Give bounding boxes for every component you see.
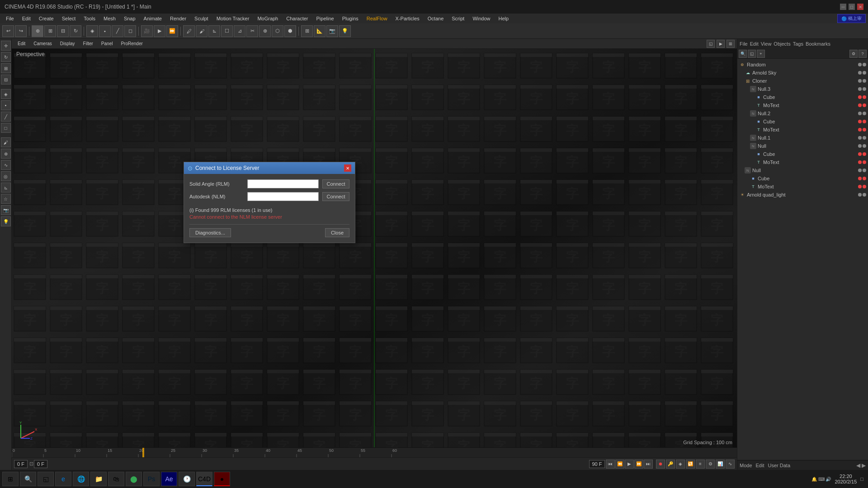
diagnostics-button[interactable]: Diagnostics... — [189, 228, 231, 237]
lt-effector[interactable]: ☆ — [1, 194, 11, 204]
menu-edit[interactable]: Edit — [19, 15, 34, 22]
menu-animate[interactable]: Animate — [140, 15, 165, 22]
light-tool[interactable]: 💡 — [339, 25, 351, 37]
lt-transform[interactable]: ⊟ — [1, 75, 11, 84]
start-frame-input[interactable] — [14, 460, 28, 468]
lt-camera[interactable]: 📷 — [1, 205, 11, 215]
curves-btn[interactable]: ∿ — [726, 460, 735, 469]
knife-tool[interactable]: ✂ — [246, 25, 258, 37]
tab-objects[interactable]: Objects — [774, 41, 790, 47]
undo-button[interactable]: ↩ — [2, 25, 14, 37]
tree-item-cube-1[interactable]: ■ Cube — [737, 93, 868, 101]
current-frame-input[interactable] — [34, 460, 47, 468]
minimize-button[interactable]: ─ — [840, 4, 846, 10]
live-sel-button[interactable]: ⊕ — [32, 25, 43, 37]
tab-edit[interactable]: Edit — [750, 41, 759, 47]
menu-octane[interactable]: Octane — [424, 15, 447, 22]
lt-spline[interactable]: ∿ — [1, 160, 11, 170]
tree-item-null-0[interactable]: N Null — [737, 142, 868, 150]
magnet-tool[interactable]: ⊿ — [234, 25, 245, 37]
measure-tool[interactable]: 📐 — [314, 25, 326, 37]
lt-snap[interactable]: ⊕ — [1, 149, 11, 159]
menu-select[interactable]: Select — [58, 15, 80, 22]
tree-item-arnold-sky[interactable]: ☁ Arnold Sky — [737, 69, 868, 77]
poly-mode[interactable]: ◻ — [124, 25, 136, 37]
menu-motion-tracker[interactable]: Motion Tracker — [213, 15, 253, 22]
menu-snap[interactable]: Snap — [120, 15, 139, 22]
ae-button[interactable]: Ae — [161, 472, 177, 486]
close-button[interactable]: Close — [325, 228, 349, 237]
settings-btn[interactable]: ⚙ — [706, 460, 715, 469]
menu-mesh[interactable]: Mesh — [100, 15, 119, 22]
menu-sculpt[interactable]: Sculpt — [191, 15, 212, 22]
timeline-btn[interactable]: 📊 — [716, 460, 725, 469]
camera-tool[interactable]: 📷 — [326, 25, 338, 37]
menu-realflow[interactable]: RealFlow — [363, 15, 391, 22]
menu-character[interactable]: Character — [283, 15, 311, 22]
clock-button[interactable]: 🕐 — [179, 472, 195, 486]
tool-palette[interactable]: 🖊 — [183, 25, 195, 37]
chrome-button[interactable]: ⬤ — [126, 472, 142, 486]
brush-tool[interactable]: 🖌 — [196, 25, 208, 37]
tree-item-null1[interactable]: N Null.1 — [737, 134, 868, 142]
nlm-input[interactable] — [247, 192, 319, 201]
record-button[interactable]: ⏺ — [656, 460, 665, 469]
vp-btn2[interactable]: ▶ — [717, 40, 725, 48]
lt-move[interactable]: ✛ — [1, 41, 11, 51]
tree-item-null3[interactable]: N Null.3 — [737, 85, 868, 93]
object-mode[interactable]: ◈ — [86, 25, 98, 37]
tree-item-cube-2[interactable]: ■ Cube — [737, 117, 868, 126]
next-panel-button[interactable]: ▶ — [862, 462, 866, 469]
search-button[interactable]: 🔍 — [20, 472, 36, 486]
vm-cameras[interactable]: Cameras — [30, 40, 56, 47]
loop-button[interactable]: 🔁 — [686, 460, 695, 469]
ie-button[interactable]: 🌐 — [73, 472, 89, 486]
om-settings[interactable]: ⚙ — [849, 50, 858, 58]
playback-speed[interactable]: ≡ — [696, 460, 705, 469]
lt-obj-mode[interactable]: ◈ — [1, 89, 11, 99]
move-button[interactable]: ⊞ — [44, 25, 56, 37]
tree-item-motext-4[interactable]: T MoText — [737, 183, 868, 191]
vm-edit[interactable]: Edit — [14, 40, 29, 47]
rlm-input[interactable] — [247, 179, 319, 188]
tree-item-cube-4[interactable]: ■ Cube — [737, 174, 868, 183]
action-center-icon[interactable]: □ — [860, 476, 863, 482]
tree-item-cube-3[interactable]: ■ Cube — [737, 150, 868, 158]
tree-item-motext-2[interactable]: T MoText — [737, 126, 868, 134]
viewport[interactable]: 字 Perspective Grid Spacing : 100 cm X — [12, 49, 737, 447]
nlm-connect-button[interactable]: Connect — [322, 192, 349, 201]
tab-bookmarks[interactable]: Bookmarks — [806, 41, 830, 47]
close-button[interactable]: ✕ — [857, 4, 863, 10]
vm-display[interactable]: Display — [57, 40, 79, 47]
rlm-connect-button[interactable]: Connect — [322, 179, 349, 188]
menu-tools[interactable]: Tools — [80, 15, 99, 22]
auto-key-button[interactable]: 🔑 — [666, 460, 675, 469]
menu-plugins[interactable]: Plugins — [339, 15, 362, 22]
om-toggle-all[interactable]: ◱ — [748, 50, 756, 58]
tab-tags[interactable]: Tags — [793, 41, 803, 47]
menu-xparticles[interactable]: X-Particles — [392, 15, 423, 22]
explorer-button[interactable]: 📁 — [90, 472, 107, 486]
vm-prorender[interactable]: ProRender — [117, 40, 146, 47]
menu-file[interactable]: File — [2, 15, 18, 22]
prev-keyframe-button[interactable]: ⏪ — [615, 460, 624, 469]
om-search[interactable]: 🔍 — [739, 50, 747, 58]
lt-poly[interactable]: □ — [1, 123, 11, 133]
c4d-button[interactable]: C4D — [196, 472, 212, 486]
edge-mode[interactable]: ╱ — [112, 25, 123, 37]
lt-brush[interactable]: 🖌 — [1, 137, 11, 147]
tree-item-random[interactable]: ⊕ Random — [737, 61, 868, 69]
render-view[interactable]: 🎥 — [141, 25, 153, 37]
extrude-tool[interactable]: ⬡ — [272, 25, 283, 37]
menu-mograph[interactable]: MoGraph — [254, 15, 282, 22]
boolean-tool[interactable]: ⊕ — [259, 25, 271, 37]
rotate-button[interactable]: ↻ — [70, 25, 81, 37]
play-button[interactable]: ▶ — [625, 460, 634, 469]
tab-mode[interactable]: Mode — [740, 463, 752, 468]
soft-sel[interactable]: ⬢ — [284, 25, 296, 37]
lt-edge[interactable]: ╱ — [1, 112, 11, 122]
lt-rotate[interactable]: ↻ — [1, 52, 11, 62]
ruler-area[interactable]: 0 5 10 15 20 25 30 35 — [12, 448, 737, 457]
sculpt-tool[interactable]: ⊾ — [208, 25, 220, 37]
om-expand[interactable]: + — [757, 50, 765, 58]
